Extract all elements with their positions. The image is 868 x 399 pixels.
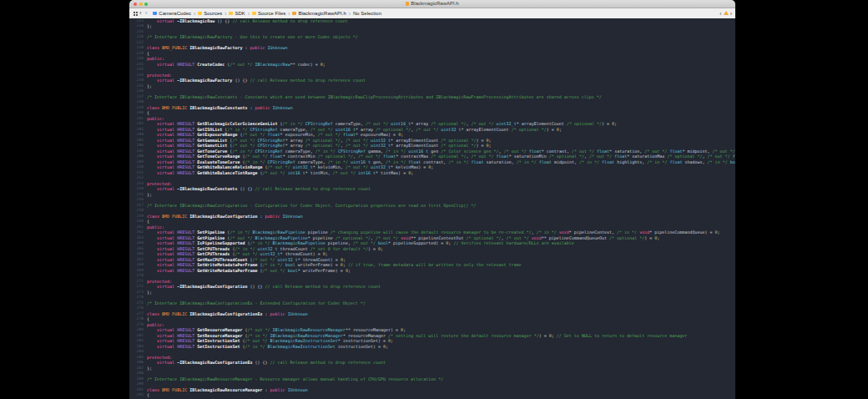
breadcrumb-item-label: No Selection [353,11,381,16]
breadcrumb-item[interactable]: CameraCodec [153,11,191,16]
folder-icon [229,12,233,16]
breadcrumb-item[interactable]: Sources [198,11,222,16]
folder-icon [198,12,202,16]
breadcrumb-separator: › [194,11,195,17]
breadcrumb-item[interactable]: No Selection [353,11,381,16]
related-items-icon[interactable] [134,12,135,13]
breadcrumb: CameraCodec›Sources›SDK›Source Files›Bla… [153,11,719,17]
breadcrumb-item-label: SDK [235,11,245,16]
breadcrumb-item[interactable]: SDK [229,11,245,16]
titlebar[interactable]: BlackmagicRawAPI.h [129,0,735,8]
xcode-window: BlackmagicRawAPI.h ‹ › CameraCodec›Sourc… [129,0,735,399]
issue-navigator: ‹ › [719,11,732,17]
breadcrumb-item-label: Source Files [258,11,285,16]
breadcrumb-item-label: BlackmagicRawAPI.h [298,11,346,16]
project-icon [153,12,157,16]
code-line: 292{ [129,392,735,398]
code-editor[interactable]: 223 virtual ~IBlackmagicRaw () {} // cal… [129,18,735,399]
breadcrumb-separator: › [349,11,351,17]
header-file-icon [292,12,296,16]
forward-button[interactable]: › [144,10,149,17]
breadcrumb-separator: › [225,11,226,17]
breadcrumb-item-label: CameraCodec [159,11,191,16]
breadcrumb-item[interactable]: BlackmagicRawAPI.h [292,11,346,16]
document-icon [406,2,409,6]
breadcrumb-item-label: Sources [204,11,222,16]
breadcrumb-separator: › [248,11,250,17]
breadcrumb-separator: › [288,11,290,17]
line-number: 292 [129,392,147,398]
window-title-text: BlackmagicRawAPI.h [411,1,458,7]
warning-icon[interactable] [724,11,729,15]
breadcrumb-item[interactable]: Source Files [252,11,285,16]
next-issue-button[interactable]: › [730,11,732,17]
folder-icon [252,12,256,16]
previous-issue-button[interactable]: ‹ [719,11,721,17]
window-title: BlackmagicRawAPI.h [129,1,735,7]
code-text: { [147,392,735,398]
back-button[interactable]: ‹ [138,10,144,17]
